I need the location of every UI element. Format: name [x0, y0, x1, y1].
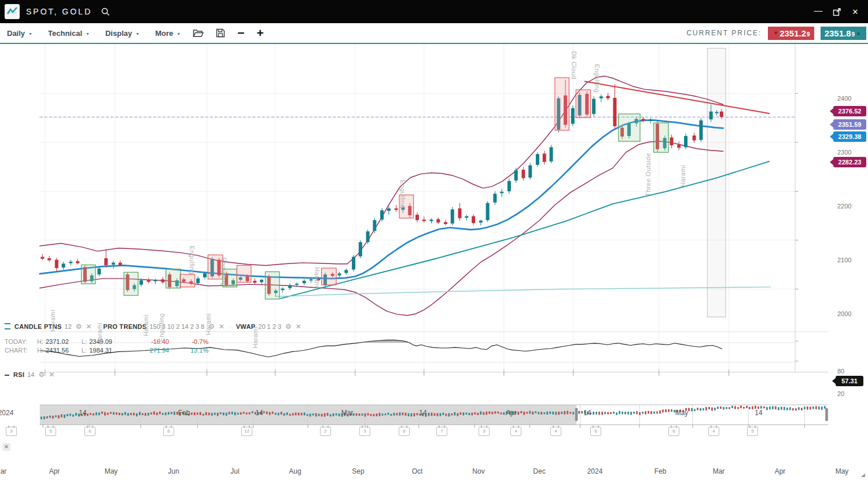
navigator-mini-candle	[613, 412, 615, 414]
titlebar: SPOT, GOLD — ✕	[0, 0, 868, 23]
navigator-mini-candle	[168, 412, 170, 415]
candlestick	[699, 120, 703, 140]
last-bars-highlight	[707, 48, 726, 317]
menu-display[interactable]: Display▼	[105, 29, 139, 38]
zoom-out-button[interactable]: −	[237, 27, 244, 39]
navigator-mini-candle	[200, 412, 201, 415]
save-icon[interactable]	[216, 28, 225, 38]
gear-icon[interactable]: ⚙	[285, 323, 292, 331]
candlestick	[642, 119, 645, 120]
calendar-event-icon[interactable]: 7	[436, 427, 447, 436]
menu-daily[interactable]: Daily▼	[7, 29, 32, 38]
navigator-left-handle[interactable]	[575, 408, 578, 422]
navigator-mini-candle	[812, 406, 814, 409]
navigator-mini-candle	[356, 413, 358, 416]
price-tick-label: 2000	[837, 310, 851, 317]
candlestick	[715, 112, 719, 113]
calendar-event-icon[interactable]: 4	[708, 427, 719, 436]
navigator-mini-candle	[630, 412, 632, 415]
candlestick	[606, 96, 610, 98]
calendar-event-icon[interactable]: 3	[479, 427, 490, 436]
resize-handle-icon[interactable]: ◢	[861, 472, 865, 478]
candlestick	[436, 219, 440, 222]
calendar-event-icon[interactable]: 2	[320, 427, 331, 436]
navigator-mini-candle	[55, 415, 57, 417]
navigator-month-label: Apr	[49, 467, 60, 475]
calendar-event-icon[interactable]: 3	[359, 427, 370, 436]
pattern-label-three-outside: Three Outside	[645, 153, 652, 196]
navigator-mini-candle	[598, 412, 600, 415]
today-stats-row: TODAY: H:2371.02 L:2349.09 -16.40 -0.7%	[5, 338, 208, 345]
menu-more[interactable]: More▼	[155, 29, 181, 38]
navigator-mini-candle	[471, 413, 473, 416]
navigator-mini-candle	[64, 415, 65, 418]
navigator-month-label: Dec	[533, 467, 545, 475]
navigator-close-button[interactable]: ✕	[2, 443, 10, 451]
close-icon[interactable]: ✕	[296, 323, 301, 331]
candlestick	[486, 203, 490, 221]
navigator-mini-candle	[517, 412, 519, 415]
candlestick	[303, 281, 306, 283]
calendar-event-icon[interactable]: 12	[241, 427, 252, 436]
navigator-mini-candle	[98, 412, 100, 415]
navigator-right-handle[interactable]	[825, 408, 828, 422]
pattern-label-engulfing: Engulfing	[594, 64, 601, 93]
navigator-mini-candle	[616, 412, 617, 415]
minimize-button[interactable]: —	[814, 5, 823, 18]
navigator-mini-candle	[171, 412, 172, 414]
navigator-mini-candle	[330, 414, 332, 416]
close-icon[interactable]: ✕	[219, 323, 225, 331]
navigator-mini-candle	[376, 413, 378, 416]
candlestick	[380, 210, 384, 219]
navigator-month-label: Jul	[230, 467, 239, 475]
navigator-mini-candle	[448, 413, 450, 417]
menu-technical[interactable]: Technical▼	[48, 29, 90, 38]
candlestick	[649, 119, 652, 121]
calendar-event-icon[interactable]: 3	[6, 427, 17, 436]
navigator-mini-candle	[263, 411, 265, 413]
zoom-in-button[interactable]: +	[256, 27, 263, 39]
calendar-event-icon[interactable]: 4	[550, 427, 561, 436]
close-icon[interactable]: ✕	[49, 371, 54, 379]
pattern-label-engulfing: Engulfing	[189, 246, 196, 274]
price-chart[interactable]	[0, 44, 868, 480]
close-icon[interactable]: ✕	[86, 323, 92, 331]
search-icon[interactable]	[101, 7, 111, 17]
navigator-mini-candle	[607, 412, 609, 415]
close-button[interactable]: ✕	[851, 7, 860, 16]
navigator-mini-candle	[543, 412, 545, 414]
navigator-mini-candle	[581, 411, 583, 413]
gear-icon[interactable]: ⚙	[39, 371, 45, 379]
open-layout-icon[interactable]	[193, 29, 204, 38]
calendar-event-icon[interactable]: 5	[747, 427, 758, 436]
navigator-month-label: Nov	[472, 467, 484, 475]
navigator-mini-candle	[781, 406, 782, 409]
navigator-mini-candle	[382, 413, 384, 416]
chart-pct: 13.1%	[178, 347, 208, 354]
navigator-mini-candle	[252, 411, 253, 413]
pattern-label-harami: Harami	[679, 165, 686, 187]
navigator-mini-candle	[457, 413, 459, 416]
navigator-mini-candle	[165, 412, 167, 415]
restore-button[interactable]	[832, 7, 841, 16]
calendar-event-icon[interactable]: 6	[163, 427, 174, 436]
navigator-mini-candle	[538, 412, 539, 414]
calendar-event-icon[interactable]: 4	[510, 427, 521, 436]
navigator-mini-candle	[385, 413, 387, 415]
calendar-event-icon[interactable]: 6	[399, 427, 410, 436]
pattern-box-harami	[124, 272, 138, 295]
navigator-mini-candle	[301, 413, 303, 415]
navigator-mini-candle	[731, 406, 733, 408]
navigator-mini-candle	[127, 413, 129, 416]
pattern-box-harami	[265, 272, 279, 299]
toolbar: Daily▼Technical▼Display▼More▼ − + CURREN…	[0, 23, 868, 44]
calendar-event-icon[interactable]: 6	[668, 427, 679, 436]
window-controls: — ✕	[814, 5, 860, 18]
navigator-mini-candle	[763, 406, 765, 408]
calendar-event-icon[interactable]: 6	[84, 427, 95, 436]
gear-icon[interactable]: ⚙	[76, 323, 82, 331]
calendar-event-icon[interactable]: 6	[590, 427, 601, 436]
calendar-event-icon[interactable]: 5	[45, 427, 56, 436]
rsi-swatch-icon	[5, 373, 9, 376]
navigator-mini-candle	[295, 412, 297, 415]
